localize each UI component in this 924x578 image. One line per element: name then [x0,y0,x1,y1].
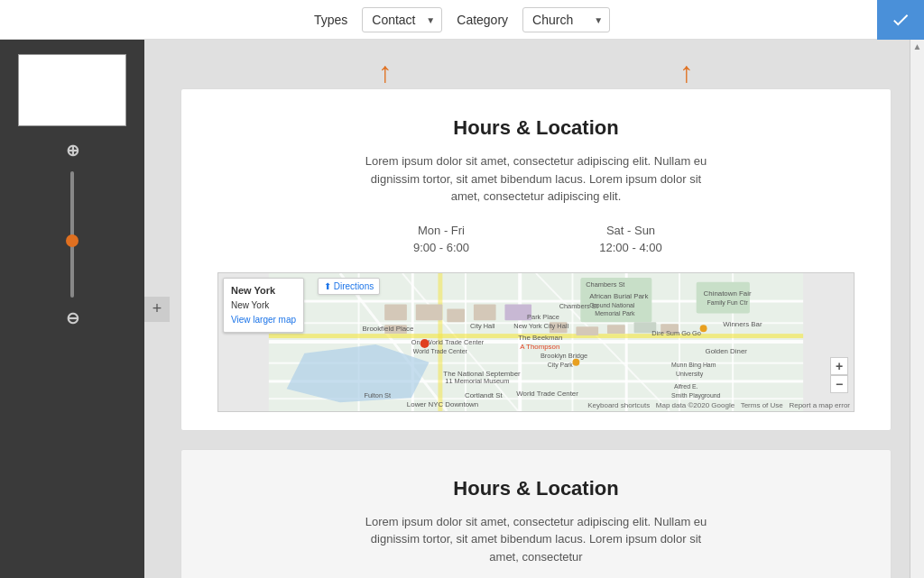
map-zoom-controls: + − [830,357,848,393]
svg-text:Chinatown Fair: Chinatown Fair [704,289,752,297]
svg-text:Lower NYC Downtown: Lower NYC Downtown [407,400,478,408]
svg-rect-24 [416,304,443,320]
map-info-box: New York New York View larger map [223,278,304,334]
category-select-wrapper[interactable]: Church School Business [522,7,610,32]
right-scrollbar[interactable]: ▲ [910,40,924,578]
svg-rect-30 [576,326,598,335]
zoom-slider-track[interactable] [70,171,74,298]
svg-point-66 [700,325,707,332]
svg-rect-25 [447,308,465,322]
thumbnail-preview [18,54,126,126]
card1-title: Hours & Location [217,116,855,140]
arrow-up-1: ↑ [378,58,393,87]
card1-container: ↑ ↑ Hours & Location Lorem ipsum dolor s… [180,58,892,431]
svg-text:Winners Bar: Winners Bar [723,320,762,328]
map-zoom-out-button[interactable]: − [830,375,848,393]
svg-text:11 Memorial Museum: 11 Memorial Museum [445,377,509,385]
map-zoom-in-button[interactable]: + [830,357,848,375]
svg-text:African Burial Park: African Burial Park [589,291,648,299]
svg-rect-26 [474,304,496,320]
zoom-out-icon[interactable]: ⊖ [66,308,79,328]
arrow-indicators: ↑ ↑ [180,58,892,87]
map-attribution: Keyboard shortcuts Map data ©2020 Google… [587,401,850,409]
top-bar: Types Contact Service Event Category Chu… [0,0,924,40]
svg-text:Brookfield Place: Brookfield Place [363,325,415,333]
svg-text:Memorial Park: Memorial Park [595,310,635,317]
map-state: New York [231,298,296,313]
svg-point-67 [572,358,579,365]
directions-button[interactable]: ⬆ Directions [318,278,380,295]
svg-text:Munn Bing Ham: Munn Bing Ham [671,361,716,368]
card2-description: Lorem ipsum dolor sit amet, consectetur … [356,513,716,566]
zoom-slider-thumb[interactable] [66,234,79,247]
zoom-in-icon[interactable]: ⊕ [66,141,79,161]
main-layout: ⊕ ⊖ + ↑ ↑ Hours & Location Lorem ipsum d… [0,40,924,578]
card-hours-location-1: Hours & Location Lorem ipsum dolor sit a… [180,88,892,431]
svg-text:University: University [676,370,704,377]
category-select[interactable]: Church School Business [522,7,610,32]
types-select-wrapper[interactable]: Contact Service Event [362,7,442,32]
view-larger-map-link[interactable]: View larger map [231,315,296,325]
zoom-controls: ⊕ ⊖ [0,137,144,578]
svg-text:Family Fun Ctr: Family Fun Ctr [707,298,749,306]
svg-point-64 [420,339,430,348]
map-city: New York [231,283,296,299]
svg-text:Chambers St: Chambers St [559,302,598,310]
svg-text:Golden Diner: Golden Diner [706,346,748,354]
svg-rect-19 [697,281,750,313]
svg-rect-31 [607,325,625,334]
hours-days-2: Sat - Sun [563,224,698,237]
confirm-button[interactable] [877,0,924,40]
svg-text:Fulton St: Fulton St [364,391,391,399]
content-area: ↑ ↑ Hours & Location Lorem ipsum dolor s… [144,40,910,578]
svg-text:Park Place: Park Place [527,313,559,321]
svg-text:Dire Sum Go Go: Dire Sum Go Go [651,329,701,337]
checkmark-icon [891,10,910,30]
map-container: African Burial Park Ground National Memo… [217,272,855,412]
svg-text:New York City Hall: New York City Hall [513,322,568,330]
hours-grid: Mon - Fri Sat - Sun 9:00 - 6:00 12:00 - … [374,224,698,254]
svg-text:World Trade Center: World Trade Center [413,347,468,353]
card2-title: Hours & Location [217,477,855,500]
hours-time-2: 12:00 - 4:00 [563,241,698,254]
types-select[interactable]: Contact Service Event [362,7,442,32]
svg-text:City Hall: City Hall [470,322,495,330]
card-hours-location-2: Hours & Location Lorem ipsum dolor sit a… [180,449,892,579]
card1-description: Lorem ipsum dolor sit amet, consectetur … [356,152,716,206]
scroll-up-arrow[interactable]: ▲ [913,41,922,51]
svg-text:Smith Playground: Smith Playground [671,392,721,399]
types-label: Types [314,13,347,27]
svg-text:The National September: The National September [443,369,521,377]
svg-text:The Beekman: The Beekman [518,334,562,342]
svg-text:Brooklyn Bridge: Brooklyn Bridge [541,351,587,359]
svg-text:Alfred E.: Alfred E. [674,383,698,390]
hours-days-1: Mon - Fri [374,224,509,237]
svg-text:Chambers St: Chambers St [586,280,624,288]
svg-rect-13 [679,273,680,411]
svg-text:City Park: City Park [548,361,574,368]
hours-time-1: 9:00 - 6:00 [374,241,509,254]
add-section-button[interactable]: + [144,297,170,322]
svg-text:World Trade Center: World Trade Center [516,390,578,398]
svg-rect-23 [384,304,407,320]
arrow-up-2: ↑ [679,58,694,87]
svg-text:A Thompson: A Thompson [520,342,559,350]
svg-text:Cortlandt St: Cortlandt St [465,391,503,399]
category-label: Category [457,13,508,27]
map-svg: African Burial Park Ground National Memo… [218,273,854,411]
left-sidebar: ⊕ ⊖ [0,40,144,578]
